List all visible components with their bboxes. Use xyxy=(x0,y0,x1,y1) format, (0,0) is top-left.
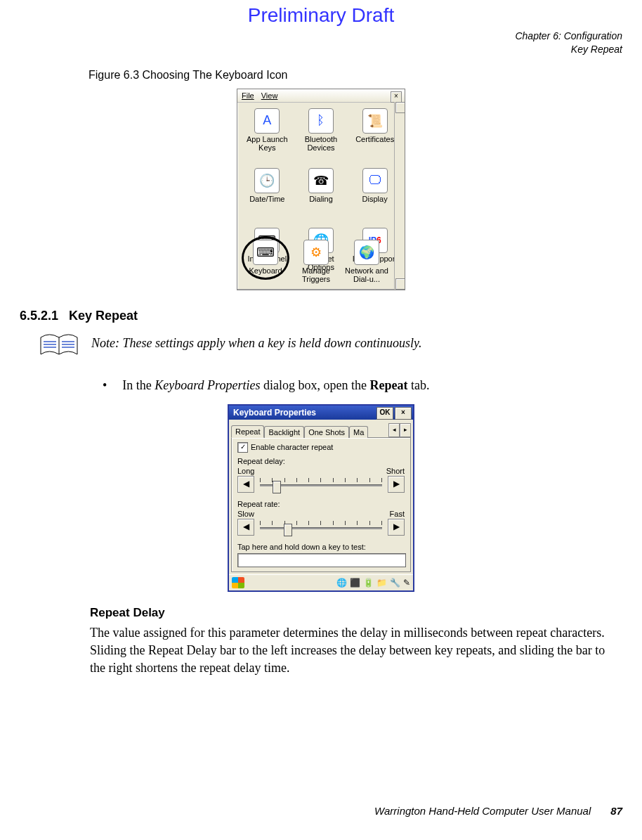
keyboard-icon: ⌨ xyxy=(253,240,278,265)
tray-folder-icon[interactable]: 📁 xyxy=(376,578,387,588)
icon-dialing[interactable]: ☎Dialing xyxy=(294,165,348,225)
page-header: Chapter 6: Configuration Key Repeat xyxy=(20,30,622,56)
header-chapter: Chapter 6: Configuration xyxy=(20,30,622,43)
tab-scroll-left[interactable]: ◂ xyxy=(388,423,400,437)
keyboard-properties-figure: Keyboard Properties OK × Repeat Backligh… xyxy=(20,404,622,592)
tray-status-icon[interactable]: ⬛ xyxy=(350,578,360,588)
rate-increase-button[interactable]: ▶ xyxy=(388,519,405,536)
delay-increase-button[interactable]: ▶ xyxy=(388,476,405,493)
delay-decrease-button[interactable]: ◀ xyxy=(237,476,254,493)
icon-manage-triggers[interactable]: ⚙Manage Triggers xyxy=(291,237,341,286)
instruction-pre: In the xyxy=(122,378,155,392)
certificate-icon: 📜 xyxy=(362,108,388,134)
menu-view[interactable]: View xyxy=(261,91,278,100)
page-footer: Warrington Hand-Held Computer User Manua… xyxy=(20,805,622,817)
menubar: File View × xyxy=(237,89,405,103)
dialog-title: Keyboard Properties xyxy=(233,408,316,418)
section-number: 6.5.2.1 xyxy=(20,309,58,323)
instruction-bullet: •In the Keyboard Properties dialog box, … xyxy=(103,378,622,393)
note-text: Note: These settings apply when a key is… xyxy=(91,333,421,351)
system-tray: 🌐 ⬛ 🔋 📁 🔧 ✎ xyxy=(336,578,410,588)
rate-slow-label: Slow xyxy=(237,510,254,518)
footer-page-number: 87 xyxy=(610,805,622,817)
label-manage-triggers: Manage Triggers xyxy=(291,266,341,283)
tab-one-shots[interactable]: One Shots xyxy=(304,426,349,438)
enable-repeat-checkbox[interactable]: ✓ xyxy=(237,442,248,453)
label-keyboard: Keyboard xyxy=(249,266,282,275)
start-icon[interactable] xyxy=(232,577,244,588)
phone-icon: ☎ xyxy=(308,168,334,193)
repeat-rate-label: Repeat rate: xyxy=(237,500,405,508)
tabs-row: Repeat Backlight One Shots Ma ◂ ▸ xyxy=(231,422,411,437)
delay-long-label: Long xyxy=(237,467,254,475)
rate-decrease-button[interactable]: ◀ xyxy=(237,519,254,536)
tab-overflow[interactable]: Ma xyxy=(349,426,368,438)
close-icon[interactable]: × xyxy=(391,91,402,103)
label-dialing: Dialing xyxy=(309,195,333,203)
figure-6-3: File View × AApp Launch Keys ᛒBluetooth … xyxy=(20,89,622,293)
footer-text: Warrington Hand-Held Computer User Manua… xyxy=(374,805,591,817)
tray-battery-icon[interactable]: 🔋 xyxy=(363,578,374,588)
menu-file[interactable]: File xyxy=(242,91,254,100)
delay-slider-thumb[interactable] xyxy=(273,481,281,493)
section-heading: 6.5.2.1 Key Repeat xyxy=(20,309,622,323)
taskbar: 🌐 ⬛ 🔋 📁 🔧 ✎ xyxy=(229,574,413,590)
icon-datetime[interactable]: 🕒Date/Time xyxy=(240,165,294,225)
delay-short-label: Short xyxy=(386,467,405,475)
clock-icon: 🕒 xyxy=(254,168,280,193)
keyboard-a-icon: A xyxy=(254,108,280,134)
dialog-titlebar: Keyboard Properties OK × xyxy=(229,406,413,420)
tray-volume-icon[interactable]: 🔧 xyxy=(390,578,400,588)
preliminary-draft-title: Preliminary Draft xyxy=(20,4,622,27)
tab-scroll-right[interactable]: ▸ xyxy=(400,423,411,437)
menu-view-label: View xyxy=(261,91,278,100)
vertical-scrollbar[interactable] xyxy=(394,102,405,290)
network-icon: 🌍 xyxy=(354,240,379,265)
label-display: Display xyxy=(362,195,388,203)
instruction-italic: Keyboard Properties xyxy=(155,378,260,392)
keyboard-properties-dialog: Keyboard Properties OK × Repeat Backligh… xyxy=(228,404,414,592)
test-instruction: Tap here and hold down a key to test: xyxy=(237,543,405,551)
repeat-delay-heading: Repeat Delay xyxy=(90,606,622,620)
icon-network[interactable]: 🌍Network and Dial-u... xyxy=(341,237,392,286)
tray-sip-icon[interactable]: ✎ xyxy=(403,578,410,588)
label-network: Network and Dial-u... xyxy=(342,266,391,283)
enable-repeat-label: Enable character repeat xyxy=(251,443,333,451)
tab-backlight[interactable]: Backlight xyxy=(264,426,304,438)
label-datetime: Date/Time xyxy=(249,195,284,203)
tab-repeat[interactable]: Repeat xyxy=(231,425,264,438)
repeat-delay-paragraph: The value assigned for this parameter de… xyxy=(90,624,605,678)
trigger-icon: ⚙ xyxy=(303,240,329,265)
repeat-delay-label: Repeat delay: xyxy=(237,457,405,465)
bluetooth-icon: ᛒ xyxy=(308,108,334,134)
label-certificates: Certificates xyxy=(355,135,394,143)
repeat-delay-slider[interactable] xyxy=(257,477,385,492)
instruction-bold: Repeat xyxy=(369,378,407,392)
label-app-launch: App Launch Keys xyxy=(242,135,291,152)
label-bluetooth: Bluetooth Devices xyxy=(296,135,346,152)
test-input[interactable] xyxy=(237,553,406,567)
instruction-post: tab. xyxy=(407,378,429,392)
bullet-icon: • xyxy=(103,378,107,392)
rate-fast-label: Fast xyxy=(390,510,405,518)
instruction-mid: dialog box, open the xyxy=(260,378,369,392)
section-title: Key Repeat xyxy=(69,309,138,323)
book-icon xyxy=(39,333,79,360)
rate-slider-thumb[interactable] xyxy=(284,524,292,536)
close-button[interactable]: × xyxy=(395,407,412,420)
repeat-rate-slider[interactable] xyxy=(257,519,385,535)
header-section: Key Repeat xyxy=(20,43,622,56)
tray-network-icon[interactable]: 🌐 xyxy=(336,578,347,588)
icon-keyboard[interactable]: ⌨Keyboard xyxy=(240,237,291,286)
icon-bluetooth[interactable]: ᛒBluetooth Devices xyxy=(294,105,348,165)
menu-file-label: File xyxy=(242,91,254,100)
control-panel-screenshot: File View × AApp Launch Keys ᛒBluetooth … xyxy=(237,89,405,290)
icon-app-launch-keys[interactable]: AApp Launch Keys xyxy=(240,105,294,165)
display-icon: 🖵 xyxy=(362,168,388,193)
figure-caption: Figure 6.3 Choosing The Keyboard Icon xyxy=(89,69,622,82)
tab-panel: ✓ Enable character repeat Repeat delay: … xyxy=(231,437,411,572)
ok-button[interactable]: OK xyxy=(376,407,393,420)
